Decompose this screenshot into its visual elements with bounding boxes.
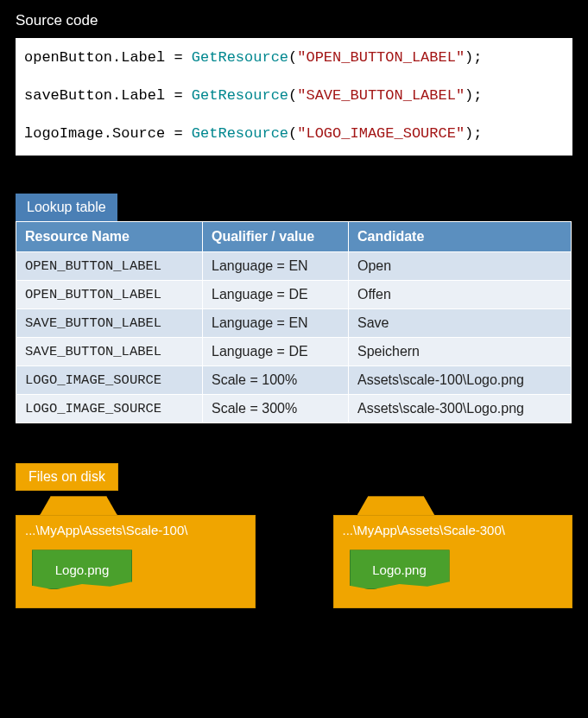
table-row: OPEN_BUTTON_LABELLanguage = ENOpen	[16, 252, 572, 281]
cell-qualifier: Language = DE	[202, 338, 348, 366]
cell-qualifier: Language = EN	[202, 309, 348, 338]
file-item: Logo.png	[32, 550, 132, 589]
col-qualifier-value: Qualifier / value	[202, 222, 348, 252]
cell-candidate: Assets\scale-100\Logo.png	[348, 366, 571, 395]
cell-candidate: Assets\scale-300\Logo.png	[348, 395, 571, 423]
cell-resource-name: SAVE_BUTTON_LABEL	[16, 338, 203, 366]
cell-qualifier: Scale = 300%	[202, 395, 348, 423]
cell-resource-name: OPEN_BUTTON_LABEL	[16, 252, 203, 281]
cell-resource-name: LOGO_IMAGE_SOURCE	[16, 395, 203, 423]
table-row: SAVE_BUTTON_LABELLanguage = ENSave	[16, 309, 572, 338]
cell-candidate: Speichern	[348, 338, 571, 366]
table-row: SAVE_BUTTON_LABELLanguage = DESpeichern	[16, 338, 572, 366]
cell-resource-name: SAVE_BUTTON_LABEL	[16, 309, 203, 338]
folder: ...\MyApp\Assets\Scale-100\Logo.png	[16, 496, 256, 608]
folder-path: ...\MyApp\Assets\Scale-300\	[343, 523, 564, 537]
lookup-table: Resource Name Qualifier / value Candidat…	[16, 221, 572, 423]
source-code-block: openButton.Label = GetResource("OPEN_BUT…	[16, 38, 572, 156]
table-row: LOGO_IMAGE_SOURCEScale = 100%Assets\scal…	[16, 366, 572, 395]
folder-body: ...\MyApp\Assets\Scale-100\Logo.png	[16, 515, 256, 608]
cell-qualifier: Language = EN	[202, 252, 348, 281]
files-on-disk-tab: Files on disk	[16, 463, 118, 491]
file-item: Logo.png	[350, 550, 450, 589]
table-row: LOGO_IMAGE_SOURCEScale = 300%Assets\scal…	[16, 395, 572, 423]
folder-tab-icon	[40, 496, 117, 515]
col-resource-name: Resource Name	[16, 222, 203, 252]
cell-candidate: Open	[348, 252, 571, 281]
source-code-title: Source code	[16, 12, 572, 29]
lookup-table-tab: Lookup table	[16, 194, 117, 221]
cell-resource-name: OPEN_BUTTON_LABEL	[16, 281, 203, 309]
col-candidate: Candidate	[348, 222, 571, 252]
table-row: OPEN_BUTTON_LABELLanguage = DEOffen	[16, 281, 572, 309]
folders-row: ...\MyApp\Assets\Scale-100\Logo.png...\M…	[16, 496, 572, 608]
folder: ...\MyApp\Assets\Scale-300\Logo.png	[333, 496, 573, 608]
folder-body: ...\MyApp\Assets\Scale-300\Logo.png	[333, 515, 573, 608]
cell-qualifier: Language = DE	[202, 281, 348, 309]
folder-tab-icon	[357, 496, 435, 515]
lookup-header-row: Resource Name Qualifier / value Candidat…	[16, 222, 572, 252]
cell-candidate: Save	[348, 309, 571, 338]
cell-qualifier: Scale = 100%	[202, 366, 348, 395]
cell-candidate: Offen	[348, 281, 571, 309]
cell-resource-name: LOGO_IMAGE_SOURCE	[16, 366, 203, 395]
folder-path: ...\MyApp\Assets\Scale-100\	[25, 523, 246, 537]
